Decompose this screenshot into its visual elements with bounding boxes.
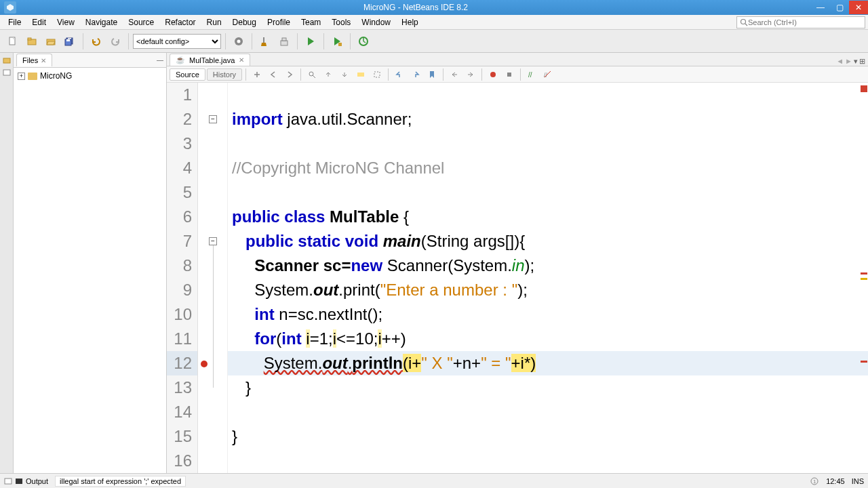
uncomment-button[interactable]: // xyxy=(540,68,555,81)
toggle-highlight-button[interactable] xyxy=(353,68,368,81)
source-view-button[interactable]: Source xyxy=(170,68,205,81)
menu-navigate[interactable]: Navigate xyxy=(80,16,123,28)
menu-profile[interactable]: Profile xyxy=(262,16,296,28)
search-icon xyxy=(740,18,748,26)
svg-rect-23 xyxy=(374,72,380,77)
menu-bar: File Edit View Navigate Source Refactor … xyxy=(0,15,868,30)
error-stripe[interactable] xyxy=(859,83,868,473)
menu-view[interactable]: View xyxy=(52,16,80,28)
netbeans-icon xyxy=(4,1,16,14)
svg-rect-13 xyxy=(263,37,264,43)
clean-build-button[interactable] xyxy=(256,33,274,50)
left-rail xyxy=(0,53,14,473)
svg-rect-19 xyxy=(3,70,10,75)
menu-window[interactable]: Window xyxy=(356,16,396,28)
find-prev-button[interactable] xyxy=(321,68,336,81)
tab-prev-button[interactable]: ◄ xyxy=(836,57,844,66)
files-panel: Files ✕ — + MicroNG xyxy=(14,53,167,473)
find-selection-button[interactable] xyxy=(304,68,319,81)
maximize-editor-button[interactable]: ⊞ xyxy=(859,57,865,66)
svg-rect-10 xyxy=(66,39,70,41)
shift-right-button[interactable] xyxy=(463,68,478,81)
menu-tools[interactable]: Tools xyxy=(326,16,356,28)
redo-button[interactable] xyxy=(106,33,124,50)
config-select[interactable]: <default config> xyxy=(133,34,221,49)
menu-file[interactable]: File xyxy=(3,16,26,28)
new-file-button[interactable] xyxy=(4,33,22,50)
svg-text:1: 1 xyxy=(813,479,816,485)
files-tab[interactable]: Files ✕ xyxy=(16,54,52,66)
last-edit-button[interactable] xyxy=(250,68,264,81)
search-input[interactable] xyxy=(748,18,862,26)
menu-team[interactable]: Team xyxy=(296,16,326,28)
files-tree[interactable]: + MicroNG xyxy=(14,68,166,473)
svg-rect-14 xyxy=(281,41,288,45)
menu-source[interactable]: Source xyxy=(123,16,159,28)
notifications-icon[interactable]: 1 xyxy=(810,476,819,486)
toggle-bookmark-button[interactable] xyxy=(425,68,439,81)
save-all-button[interactable] xyxy=(61,33,79,50)
next-bookmark-button[interactable] xyxy=(408,68,423,81)
tab-next-button[interactable]: ► xyxy=(845,57,852,66)
output-icon xyxy=(4,477,12,485)
menu-edit[interactable]: Edit xyxy=(26,16,52,28)
build-button[interactable] xyxy=(230,33,248,50)
debug-button[interactable] xyxy=(328,33,346,50)
comment-button[interactable]: // xyxy=(524,68,539,81)
build-project-button[interactable] xyxy=(275,33,293,50)
output-toggle[interactable]: Output xyxy=(4,477,48,485)
menu-refactor[interactable]: Refactor xyxy=(159,16,201,28)
minimize-panel-button[interactable]: — xyxy=(157,56,163,64)
fold-toggle-icon[interactable]: − xyxy=(209,237,217,245)
insert-mode: INS xyxy=(852,477,864,485)
services-tab-icon[interactable] xyxy=(2,68,12,77)
title-bar: MicroNG - NetBeans IDE 8.2 — ▢ ✕ xyxy=(0,0,868,15)
search-box[interactable] xyxy=(736,16,865,28)
find-next-button[interactable] xyxy=(337,68,352,81)
svg-line-2 xyxy=(745,24,747,26)
back-button[interactable] xyxy=(266,68,281,81)
shift-left-button[interactable] xyxy=(447,68,462,81)
close-tab-icon[interactable]: ✕ xyxy=(239,56,244,64)
expand-icon[interactable]: + xyxy=(18,73,25,80)
svg-point-1 xyxy=(741,19,746,24)
fold-toggle-icon[interactable]: − xyxy=(209,115,217,123)
close-icon[interactable]: ✕ xyxy=(41,57,46,64)
tree-node-project[interactable]: + MicroNG xyxy=(16,70,163,81)
open-project-button[interactable] xyxy=(42,33,60,50)
error-icon[interactable] xyxy=(201,361,208,367)
java-file-icon: ☕ xyxy=(176,56,185,64)
forward-button[interactable] xyxy=(282,68,297,81)
minimize-button[interactable]: — xyxy=(811,1,830,14)
svg-rect-16 xyxy=(338,43,342,46)
menu-run[interactable]: Run xyxy=(201,16,227,28)
maximize-button[interactable]: ▢ xyxy=(830,1,849,14)
tab-list-button[interactable]: ▾ xyxy=(854,57,858,66)
editor-tab-multable[interactable]: ☕ MulTable.java ✕ xyxy=(170,54,250,66)
svg-rect-29 xyxy=(5,479,12,484)
start-macro-button[interactable] xyxy=(486,68,500,81)
menu-help[interactable]: Help xyxy=(396,16,424,28)
status-error-message[interactable]: illegal start of expression ';' expected xyxy=(55,476,186,487)
tab-label: MulTable.java xyxy=(189,56,235,64)
undo-button[interactable] xyxy=(87,33,105,50)
svg-point-12 xyxy=(237,39,241,43)
stop-macro-button[interactable] xyxy=(502,68,517,81)
project-name: MicroNG xyxy=(40,71,72,81)
window-title: MicroNG - NetBeans IDE 8.2 xyxy=(20,3,811,12)
status-bar: Output illegal start of expression ';' e… xyxy=(0,473,868,488)
svg-marker-0 xyxy=(7,4,14,11)
profile-button[interactable] xyxy=(355,33,372,50)
new-project-button[interactable] xyxy=(23,33,41,50)
terminal-icon xyxy=(15,477,23,485)
projects-tab-icon[interactable] xyxy=(2,56,12,65)
run-button[interactable] xyxy=(302,33,319,50)
toggle-rect-button[interactable] xyxy=(370,68,384,81)
editor-toolbar: Source History // // xyxy=(167,66,868,83)
history-view-button[interactable]: History xyxy=(207,68,242,81)
menu-debug[interactable]: Debug xyxy=(227,16,262,28)
svg-rect-18 xyxy=(3,58,10,63)
close-button[interactable]: ✕ xyxy=(849,1,868,14)
code-editor[interactable]: 1 2−import java.util.Scanner; 3 4//Copyr… xyxy=(167,83,868,473)
prev-bookmark-button[interactable] xyxy=(392,68,407,81)
